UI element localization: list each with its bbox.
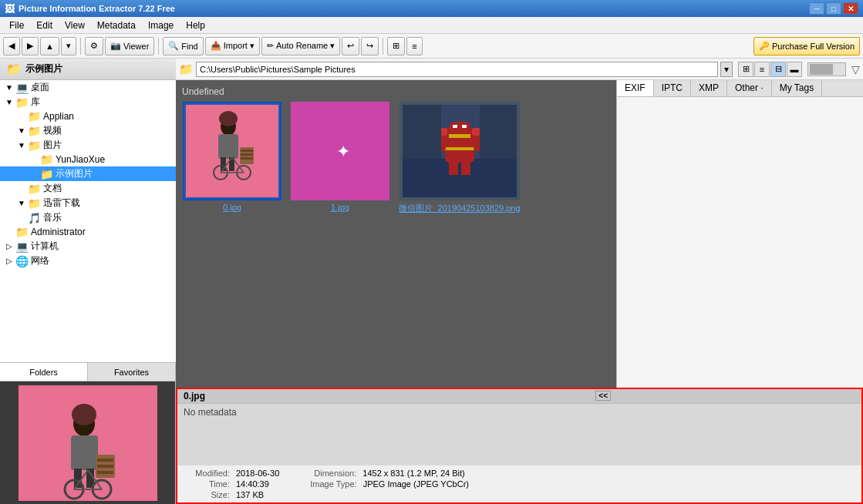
tree-item[interactable]: ▼💻桌面 xyxy=(0,80,176,95)
tab-mytags[interactable]: My Tags xyxy=(772,80,822,96)
tree-label: 桌面 xyxy=(31,81,49,94)
tab-other[interactable]: Other · xyxy=(727,80,772,96)
undo-button[interactable]: ↩ xyxy=(342,37,359,55)
address-folder-icon: 📁 xyxy=(179,62,194,76)
svg-rect-28 xyxy=(241,153,253,156)
thumbnail-view-btn[interactable]: ⊞ xyxy=(738,62,753,77)
settings-button[interactable]: ⚙ xyxy=(85,37,103,55)
no-metadata-text: No metadata xyxy=(184,407,237,418)
title-bar: 🖼 Picture Information Extractor 7.22 Fre… xyxy=(0,0,863,17)
thumb-item-2[interactable]: 微信图片_20190425103829.png xyxy=(398,102,521,214)
tree-item[interactable]: ▼📁图片 xyxy=(0,138,176,153)
dimension-row: Dimension: 1452 x 831 (1.2 MP, 24 Bit) xyxy=(310,469,469,478)
grid-icon: ⊞ xyxy=(393,41,399,51)
tree-toggle: ▷ xyxy=(3,242,15,250)
address-dropdown-button[interactable]: ▾ xyxy=(720,62,733,77)
key-icon: 🔑 xyxy=(759,41,770,51)
tree-folder-icon: 🎵 xyxy=(28,212,41,224)
tree-item[interactable]: 📁Applian xyxy=(0,109,176,123)
find-icon: 🔍 xyxy=(168,41,179,51)
tree-item[interactable]: 📁YunJiaoXue xyxy=(0,153,176,166)
thumb-frame-1[interactable]: ✦ xyxy=(291,102,389,200)
svg-rect-18 xyxy=(218,134,238,159)
tree-area[interactable]: ▼💻桌面▼📁库📁Applian▼📁视频▼📁图片📁YunJiaoXue📁示例图片📁… xyxy=(0,80,176,362)
section-title: Undefined xyxy=(182,86,610,97)
preview-panel xyxy=(0,381,176,504)
separator-1 xyxy=(80,38,81,55)
thumb-img-1: ✦ xyxy=(294,105,386,197)
collapse-button[interactable]: << xyxy=(595,391,611,401)
tree-folder-icon: 📁 xyxy=(15,96,29,109)
svg-rect-12 xyxy=(97,459,113,462)
tree-item[interactable]: ▼📁库 xyxy=(0,95,176,109)
tree-folder-icon: 📁 xyxy=(28,125,41,137)
back-button[interactable]: ◀ xyxy=(3,37,20,55)
svg-rect-29 xyxy=(241,157,253,160)
maximize-button[interactable]: □ xyxy=(826,2,841,15)
viewer-button[interactable]: 📷 Viewer xyxy=(105,37,154,55)
menu-image[interactable]: Image xyxy=(142,18,180,32)
tab-folders[interactable]: Folders xyxy=(0,363,88,381)
auto-rename-button[interactable]: ✏ Auto Rename ▾ xyxy=(261,37,340,55)
menu-metadata[interactable]: Metadata xyxy=(91,18,142,32)
svg-rect-47 xyxy=(480,105,517,159)
tree-item[interactable]: ▼📁视频 xyxy=(0,123,176,138)
imagetype-row: Image Type: JPEG Image (JPEG YCbCr) xyxy=(310,479,469,489)
detail-view-btn[interactable]: ⊟ xyxy=(770,62,786,77)
dropdown-icon: ▾ xyxy=(66,41,71,51)
svg-rect-35 xyxy=(449,122,470,136)
tree-label: 视频 xyxy=(43,124,62,137)
tree-item[interactable]: 📁文档 xyxy=(0,181,176,196)
svg-text:✦: ✦ xyxy=(336,142,350,161)
thumbnails-area: 0.jpg ✦ 1.jpg xyxy=(182,102,610,214)
tree-toggle: ▼ xyxy=(15,141,28,150)
menu-view[interactable]: View xyxy=(59,18,91,32)
address-input[interactable] xyxy=(196,62,718,77)
tree-toggle: ▼ xyxy=(15,126,28,135)
up-icon: ▲ xyxy=(46,42,54,51)
tree-item[interactable]: 🎵音乐 xyxy=(0,210,176,225)
find-button[interactable]: 🔍 Find xyxy=(163,37,203,55)
modified-row: Modified: 2018-06-30 xyxy=(184,469,279,478)
filter-icon[interactable]: ▽ xyxy=(851,63,860,76)
menu-help[interactable]: Help xyxy=(180,18,211,32)
menu-file[interactable]: File xyxy=(3,18,30,32)
tree-item[interactable]: 📁Administrator xyxy=(0,225,176,239)
list-view-button[interactable]: ≡ xyxy=(406,37,422,55)
dimension-value: 1452 x 831 (1.2 MP, 24 Bit) xyxy=(362,469,465,478)
tab-iptc[interactable]: IPTC xyxy=(654,80,691,96)
up-button[interactable]: ▲ xyxy=(40,37,59,55)
import-button[interactable]: 📥 Import ▾ xyxy=(205,37,260,55)
forward-button[interactable]: ▶ xyxy=(22,37,39,55)
tree-item[interactable]: 📁示例图片 xyxy=(0,166,176,181)
tree-item[interactable]: ▷💻计算机 xyxy=(0,239,176,254)
redo-button[interactable]: ↪ xyxy=(361,37,379,55)
tab-favorites[interactable]: Favorites xyxy=(88,363,176,381)
toolbar: ◀ ▶ ▲ ▾ ⚙ 📷 Viewer 🔍 Find 📥 Import ▾ ✏ A… xyxy=(0,34,863,59)
dropdown-nav-button[interactable]: ▾ xyxy=(61,37,76,55)
purchase-label: Purchase Full Version xyxy=(772,42,855,51)
menu-edit[interactable]: Edit xyxy=(30,18,59,32)
info-wrapper: 0.jpg << No metadata Modified: 2018-06-3… xyxy=(176,388,863,504)
tree-label: 示例图片 xyxy=(56,167,93,180)
svg-point-2 xyxy=(72,404,96,425)
close-button[interactable]: ✕ xyxy=(843,2,858,15)
thumb-item-1[interactable]: ✦ 1.jpg xyxy=(290,102,390,212)
tree-item[interactable]: ▷🌐网络 xyxy=(0,254,176,268)
tab-xmp[interactable]: XMP xyxy=(691,80,727,96)
tree-toggle: ▷ xyxy=(3,257,15,265)
minimize-button[interactable]: ─ xyxy=(809,2,824,15)
separator-3 xyxy=(383,38,383,55)
list-view-btn[interactable]: ≡ xyxy=(754,62,770,77)
thumb-item-0[interactable]: 0.jpg xyxy=(182,102,282,212)
tree-folder-icon: 💻 xyxy=(15,82,29,94)
purchase-button[interactable]: 🔑 Purchase Full Version xyxy=(753,37,860,55)
file-browser[interactable]: Undefined xyxy=(176,80,616,388)
strip-view-btn[interactable]: ▬ xyxy=(787,62,802,77)
tab-exif[interactable]: EXIF xyxy=(617,80,654,96)
thumb-frame-0[interactable] xyxy=(183,102,281,200)
menu-bar: File Edit View Metadata Image Help xyxy=(0,17,863,34)
tree-item[interactable]: ▼📁迅雷下载 xyxy=(0,196,176,210)
thumb-frame-2[interactable] xyxy=(399,102,520,200)
grid-view-button[interactable]: ⊞ xyxy=(387,37,405,55)
